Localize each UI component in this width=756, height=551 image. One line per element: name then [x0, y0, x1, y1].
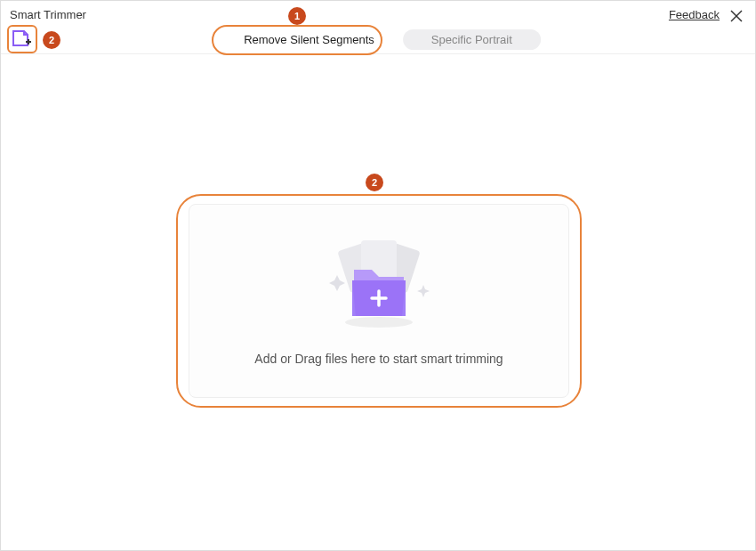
- tab-specific-portrait[interactable]: Specific Portrait: [403, 29, 541, 50]
- tab-remove-silent[interactable]: Remove Silent Segments: [215, 29, 403, 50]
- app-title: Smart Trimmer: [10, 8, 86, 21]
- svg-point-9: [345, 317, 413, 328]
- header: Smart Trimmer Feedback Remove Silent Seg…: [1, 1, 755, 54]
- folder-plus-icon: [317, 236, 441, 334]
- folder-illustration: [317, 236, 441, 334]
- close-icon: [730, 10, 743, 22]
- tabs-container: Remove Silent Segments Specific Portrait: [215, 29, 541, 50]
- feedback-link[interactable]: Feedback: [669, 8, 720, 21]
- callout-badge-2b: 2: [366, 174, 383, 191]
- file-dropzone[interactable]: Add or Drag files here to start smart tr…: [189, 204, 569, 398]
- add-file-button[interactable]: [10, 28, 35, 51]
- dropzone-text: Add or Drag files here to start smart tr…: [254, 352, 503, 366]
- add-file-icon: [12, 29, 33, 49]
- close-button[interactable]: [727, 6, 746, 28]
